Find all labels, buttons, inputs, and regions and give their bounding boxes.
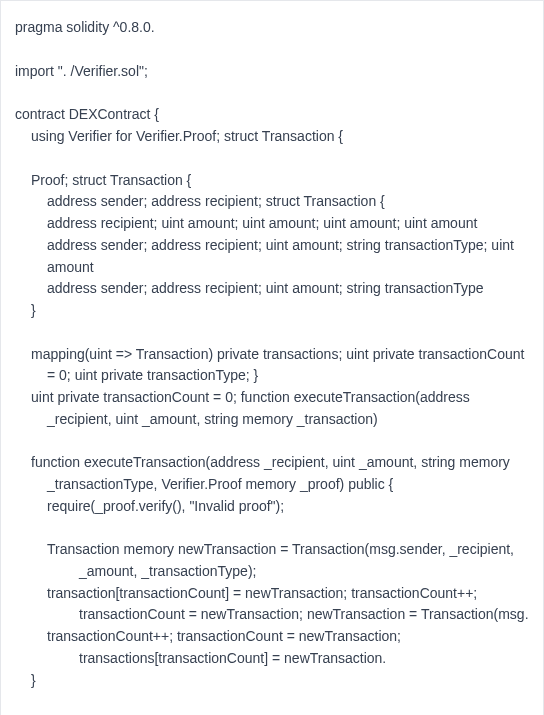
blank-line — [15, 691, 529, 713]
code-block: pragma solidity ^0.8.0. import ". /Verif… — [0, 0, 544, 715]
code-line: } — [15, 670, 529, 692]
code-line: contract DEXContract { — [15, 104, 529, 126]
blank-line — [15, 39, 529, 61]
code-line: uint private transactionCount = 0; funct… — [31, 387, 529, 430]
blank-line — [15, 430, 529, 452]
code-line: address sender; address recipient; uint … — [15, 278, 529, 300]
code-line: mapping(uint => Transaction) private tra… — [31, 344, 529, 387]
code-line: Proof; struct Transaction { — [15, 170, 529, 192]
code-line: pragma solidity ^0.8.0. — [15, 17, 529, 39]
code-line: address recipient; uint amount; uint amo… — [15, 213, 529, 235]
code-line: import ". /Verifier.sol"; — [15, 61, 529, 83]
code-line: address sender; address recipient; struc… — [15, 191, 529, 213]
code-line: function executeTransaction(address _rec… — [31, 452, 529, 495]
blank-line — [15, 148, 529, 170]
blank-line — [15, 82, 529, 104]
code-line: transactionCount++; transactionCount = n… — [47, 626, 529, 669]
code-line: require(_proof.verify(), "Invalid proof"… — [15, 496, 529, 518]
blank-line — [15, 517, 529, 539]
code-line: Transaction memory newTransaction = Tran… — [47, 539, 529, 582]
code-line: } — [15, 300, 529, 322]
blank-line — [15, 322, 529, 344]
code-line: transaction[transactionCount] = newTrans… — [47, 583, 529, 626]
code-line: using Verifier for Verifier.Proof; struc… — [15, 126, 529, 148]
code-line: address sender; address recipient; uint … — [15, 235, 529, 278]
